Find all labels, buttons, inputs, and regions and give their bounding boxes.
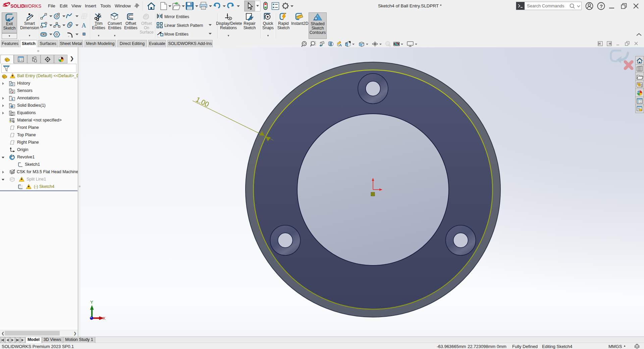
svg-text:Σ: Σ (11, 112, 13, 116)
svg-text:A: A (339, 43, 342, 47)
svg-text:Y: Y (90, 300, 93, 305)
svg-text:WORKS: WORKS (24, 4, 41, 9)
svg-text:A: A (82, 22, 86, 29)
svg-text:X: X (103, 316, 106, 321)
svg-text:A: A (11, 97, 13, 101)
svg-text:1.00: 1.00 (195, 95, 210, 108)
svg-text:SOLID: SOLID (10, 4, 24, 9)
svg-text:?: ? (600, 3, 603, 9)
